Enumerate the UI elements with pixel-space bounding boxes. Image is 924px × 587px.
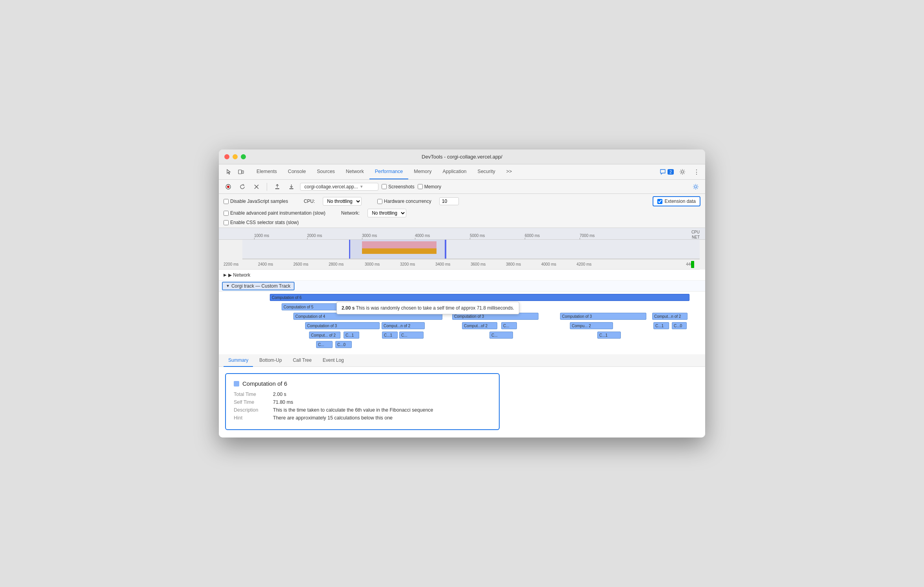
upload-icon[interactable] — [272, 181, 283, 192]
options-row-3: Enable CSS selector stats (slow) — [224, 220, 700, 225]
corgi-track-header[interactable]: ▼ Corgi track — Custom Track — [219, 282, 295, 290]
chat-badge: 2 — [668, 169, 674, 175]
tab-memory[interactable]: Memory — [408, 164, 437, 179]
selection-handle-right[interactable] — [445, 240, 446, 259]
enable-paint-checkbox[interactable] — [224, 211, 229, 216]
url-chevron-icon[interactable]: ▼ — [360, 184, 364, 189]
comp2-r-bar[interactable]: Compu... 2 — [570, 322, 613, 329]
close-button[interactable] — [224, 154, 229, 159]
svg-rect-0 — [238, 170, 242, 174]
hint-key: Hint — [234, 415, 273, 421]
tab-summary[interactable]: Summary — [224, 354, 253, 367]
corgi-track-row: ▼ Corgi track — Custom Track — [219, 281, 705, 292]
comp2-farright-label: Comput...n of 2 — [654, 314, 681, 319]
options-row-2: Enable advanced paint instrumentation (s… — [224, 209, 700, 217]
summary-row-hint: Hint There are approximately 15 calculat… — [234, 415, 491, 421]
tab-event-log[interactable]: Event Log — [318, 354, 349, 367]
more-options-icon[interactable]: ⋮ — [691, 166, 702, 177]
summary-card: Computation of 6 Total Time 2.00 s Self … — [225, 373, 500, 430]
c1-mid-bar[interactable]: C...1 — [382, 332, 398, 339]
detail-tick-3400: 3400 ms — [435, 262, 450, 266]
c-b5-bar[interactable]: C... — [316, 341, 333, 348]
screenshots-checkbox-label[interactable]: Screenshots — [382, 184, 415, 190]
corgi-track-label: Corgi track — Custom Track — [231, 283, 291, 289]
extension-data-checkbox[interactable] — [657, 199, 662, 204]
hw-concurrency-input[interactable] — [439, 197, 459, 205]
c-bar[interactable]: C... — [501, 322, 517, 329]
c0-b5-label: C...0 — [337, 343, 346, 347]
screenshots-checkbox[interactable] — [382, 184, 387, 189]
detail-tick-2800: 2800 ms — [329, 262, 344, 266]
c-r4-bar[interactable]: C... — [489, 332, 513, 339]
toolbar2-right — [690, 181, 701, 192]
comp3-label: Computation of 3 — [307, 324, 337, 328]
url-text: corgi-collage.vercel.app... — [304, 184, 358, 190]
record-icon[interactable] — [223, 181, 234, 192]
device-toolbar-icon[interactable] — [235, 166, 246, 177]
c-r4-label: C... — [491, 333, 498, 337]
cpu-throttle-select[interactable]: No throttling — [323, 197, 362, 206]
c1-comp-label: C...1 — [599, 333, 608, 337]
c1-comp-bar[interactable]: C...1 — [597, 332, 621, 339]
disable-js-checkbox[interactable] — [224, 199, 229, 204]
pointer-icon[interactable] — [224, 166, 235, 177]
c1-bar[interactable]: C...1 — [344, 332, 359, 339]
tick-6000: 6000 ms — [525, 233, 540, 238]
extension-data-button[interactable]: Extension data — [653, 196, 700, 206]
tab-security[interactable]: Security — [472, 164, 501, 179]
comp6-bar[interactable]: Computation of 6 — [270, 294, 689, 301]
disable-js-label[interactable]: Disable JavaScript samples — [224, 199, 288, 204]
selection-region[interactable] — [349, 240, 446, 259]
tab-sources[interactable]: Sources — [311, 164, 340, 179]
tab-network[interactable]: Network — [340, 164, 369, 179]
network-track-label[interactable]: ▶ ▶ Network — [219, 272, 270, 278]
comp2-s-bar[interactable]: Comput... of 2 — [309, 332, 340, 339]
download-icon[interactable] — [286, 181, 297, 192]
c0-b5-bar[interactable]: C...0 — [335, 341, 352, 348]
tab-bottom-up[interactable]: Bottom-Up — [255, 354, 286, 367]
comp2-mid-bar[interactable]: Comput...of 2 — [462, 322, 497, 329]
comp2-s-label: Comput... of 2 — [311, 333, 336, 337]
hw-concurrency-checkbox[interactable] — [377, 199, 382, 204]
maximize-button[interactable] — [241, 154, 246, 159]
tab-elements[interactable]: Elements — [251, 164, 282, 179]
timeline-overview[interactable] — [242, 240, 700, 259]
hw-concurrency-label[interactable]: Hardware concurrency — [377, 199, 431, 204]
enable-css-label[interactable]: Enable CSS selector stats (slow) — [224, 220, 299, 225]
tab-performance[interactable]: Performance — [369, 164, 409, 179]
settings-icon[interactable] — [677, 166, 688, 177]
more-tabs-button[interactable]: >> — [501, 164, 518, 179]
detail-green-bar — [691, 261, 694, 268]
selection-handle-left[interactable] — [349, 240, 350, 259]
memory-checkbox[interactable] — [418, 184, 423, 189]
net-label-right: NET — [692, 235, 700, 239]
clear-icon[interactable] — [251, 181, 262, 192]
comp3-bar[interactable]: Computation of 3 — [305, 322, 380, 329]
c-mid2-bar[interactable]: C... — [399, 332, 424, 339]
total-time-val: 2.00 s — [273, 392, 286, 397]
tab-call-tree[interactable]: Call Tree — [288, 354, 316, 367]
chat-button[interactable]: 2 — [660, 169, 674, 175]
comp3-farright-bar[interactable]: Computation of 3 — [560, 313, 646, 320]
gear-icon[interactable] — [690, 181, 701, 192]
performance-toolbar: corgi-collage.vercel.app... ▼ Screenshot… — [219, 180, 705, 194]
network-track-content — [270, 270, 705, 280]
options-row-1: Disable JavaScript samples CPU: No throt… — [224, 196, 700, 206]
enable-paint-label[interactable]: Enable advanced paint instrumentation (s… — [224, 210, 326, 216]
c1-farright-bar[interactable]: C...1 — [653, 322, 669, 329]
enable-css-checkbox[interactable] — [224, 220, 229, 225]
devtools-window: DevTools - corgi-collage.vercel.app/ Ele… — [219, 149, 705, 438]
comp2-farright-bar[interactable]: Comput...n of 2 — [652, 313, 688, 320]
memory-checkbox-label[interactable]: Memory — [418, 184, 441, 190]
network-label: Network: — [341, 210, 360, 216]
c0-farright-bar[interactable]: C...0 — [672, 322, 687, 329]
comp2-bar[interactable]: Comput...n of 2 — [382, 322, 425, 329]
minimize-button[interactable] — [233, 154, 238, 159]
toolbar-icons — [222, 166, 248, 177]
detail-tick-2400: 2400 ms — [258, 262, 273, 266]
tab-application[interactable]: Application — [437, 164, 472, 179]
tab-console[interactable]: Console — [282, 164, 311, 179]
network-throttle-select[interactable]: No throttling — [367, 209, 406, 217]
reload-record-icon[interactable] — [237, 181, 248, 192]
timeline-section: 1000 ms 2000 ms 3000 ms 4000 ms 5000 ms … — [219, 228, 705, 259]
